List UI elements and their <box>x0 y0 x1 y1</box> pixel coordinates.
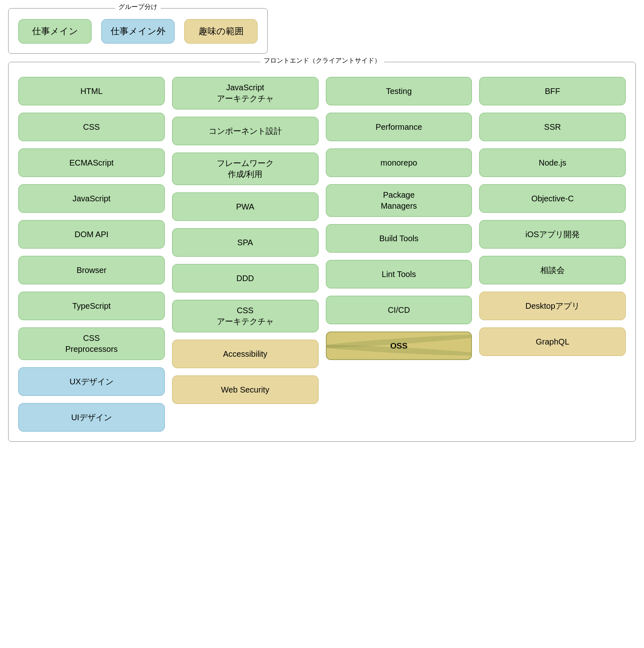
tag-col2-item1: Performance <box>326 113 472 141</box>
tag-col0-item0: HTML <box>18 77 165 105</box>
tag-col1-item3: PWA <box>172 192 319 221</box>
tag-col2-item3: Package Managers <box>326 184 472 217</box>
column-1: JavaScript アーキテクチャコンポーネント設計フレームワーク 作成/利用… <box>172 77 319 432</box>
legend-item-beige: 趣味の範囲 <box>184 19 258 44</box>
tag-col2-item6: CI/CD <box>326 296 472 324</box>
legend-title: グループ分け <box>115 3 161 11</box>
tag-col0-item1: CSS <box>18 113 165 141</box>
tag-col2-item4: Build Tools <box>326 224 472 253</box>
legend-box: グループ分け 仕事メイン 仕事メイン外 趣味の範囲 <box>8 8 268 54</box>
tag-col3-item1: SSR <box>479 113 626 141</box>
tag-col2-item5: Lint Tools <box>326 260 472 288</box>
tag-col0-item4: DOM API <box>18 220 165 249</box>
tag-col0-item3: JavaScript <box>18 184 165 213</box>
tag-col0-item9: UIデザイン <box>18 403 165 432</box>
tag-col3-item0: BFF <box>479 77 626 105</box>
column-3: BFFSSRNode.jsObjective-CiOSアプリ開発相談会Deskt… <box>479 77 626 432</box>
tag-col0-item7: CSS Preprocessors <box>18 327 165 360</box>
tag-col1-item0: JavaScript アーキテクチャ <box>172 77 319 109</box>
tag-col1-item5: DDD <box>172 264 319 292</box>
legend-items: 仕事メイン 仕事メイン外 趣味の範囲 <box>18 19 258 44</box>
main-title: フロントエンド（クライアントサイド） <box>260 57 384 65</box>
legend-item-blue: 仕事メイン外 <box>101 19 175 44</box>
tag-col0-item6: TypeScript <box>18 292 165 320</box>
tag-col1-item4: SPA <box>172 228 319 257</box>
tag-col3-item6: Desktopアプリ <box>479 292 626 320</box>
tag-col3-item5: 相談会 <box>479 256 626 284</box>
column-0: HTMLCSSECMAScriptJavaScriptDOM APIBrowse… <box>18 77 165 432</box>
tag-col3-item2: Node.js <box>479 148 626 177</box>
tag-col1-item1: コンポーネント設計 <box>172 117 319 145</box>
tag-col0-item5: Browser <box>18 256 165 284</box>
tag-col1-item7: Accessibility <box>172 340 319 368</box>
tag-col0-item2: ECMAScript <box>18 148 165 177</box>
tag-col2-item7: OSS <box>326 332 472 360</box>
tag-col1-item8: Web Security <box>172 375 319 404</box>
main-box: フロントエンド（クライアントサイド） HTMLCSSECMAScriptJava… <box>8 62 636 442</box>
tag-col3-item4: iOSアプリ開発 <box>479 220 626 249</box>
column-2: TestingPerformancemonorepoPackage Manage… <box>326 77 472 432</box>
legend-item-green: 仕事メイン <box>18 19 92 44</box>
main-grid: HTMLCSSECMAScriptJavaScriptDOM APIBrowse… <box>18 77 626 432</box>
tag-col3-item7: GraphQL <box>479 327 626 356</box>
tag-col3-item3: Objective-C <box>479 184 626 213</box>
tag-col1-item6: CSS アーキテクチャ <box>172 300 319 332</box>
tag-col2-item2: monorepo <box>326 148 472 177</box>
tag-col0-item8: UXデザイン <box>18 367 165 396</box>
tag-col2-item0: Testing <box>326 77 472 105</box>
tag-col1-item2: フレームワーク 作成/利用 <box>172 153 319 185</box>
